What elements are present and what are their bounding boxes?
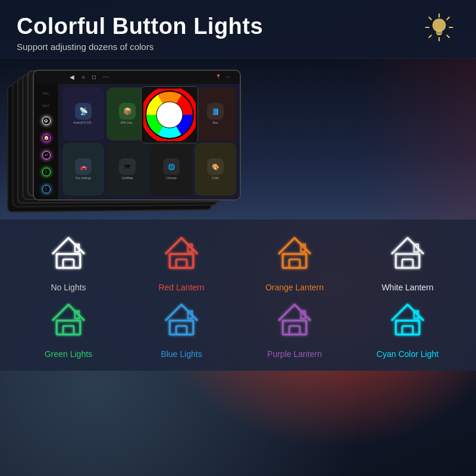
svg-rect-37 [402, 326, 413, 334]
svg-line-7 [429, 35, 431, 37]
house-icon-cyan-color-light [386, 298, 429, 343]
light-item-blue-lights[interactable]: Blue Lights [125, 298, 238, 359]
light-label-cyan-color-light: Cyan Color Light [377, 349, 439, 359]
svg-line-6 [447, 17, 449, 20]
svg-rect-15 [57, 254, 80, 268]
light-item-no-lights[interactable]: No Lights [12, 231, 125, 292]
svg-rect-21 [283, 254, 306, 268]
svg-rect-34 [289, 326, 300, 334]
light-label-blue-lights: Blue Lights [161, 349, 202, 359]
svg-rect-16 [63, 259, 74, 268]
device-background: ◀ ○ □ ⋯ 📍 ··· MIC RST ⏻ [0, 59, 476, 220]
svg-rect-25 [402, 259, 413, 268]
light-item-cyan-color-light[interactable]: Cyan Color Light [351, 298, 464, 359]
light-item-purple-lantern[interactable]: Purple Lantern [238, 298, 351, 359]
light-label-red-lantern: Red Lantern [158, 283, 204, 292]
svg-rect-24 [396, 254, 419, 268]
svg-rect-18 [170, 254, 193, 268]
light-label-no-lights: No Lights [51, 283, 86, 292]
house-icon-green-lights [47, 298, 90, 343]
svg-rect-31 [176, 326, 187, 334]
light-item-red-lantern[interactable]: Red Lantern [125, 231, 238, 292]
house-icon-purple-lantern [273, 298, 316, 343]
house-icon-no-lights [47, 231, 90, 277]
lights-grid: No Lights [12, 231, 464, 359]
house-icon-blue-lights [160, 298, 203, 343]
light-item-white-lantern[interactable]: White Lantern [351, 231, 464, 292]
light-item-orange-lantern[interactable]: Orange Lantern [238, 231, 351, 292]
subtitle: Support adjusting dozens of colors [17, 42, 459, 52]
page-title: Colorful Button Lights [17, 14, 459, 39]
svg-rect-19 [176, 259, 187, 268]
light-label-purple-lantern: Purple Lantern [267, 349, 322, 359]
main-tablet: ◀ ○ □ ⋯ 📍 ··· MIC RST ⏻ [33, 70, 241, 201]
svg-rect-28 [63, 326, 74, 334]
house-icon-orange-lantern [273, 231, 316, 277]
svg-line-4 [429, 17, 431, 20]
svg-rect-27 [57, 321, 80, 334]
house-icon-white-lantern [386, 231, 429, 277]
svg-rect-36 [396, 321, 419, 334]
light-label-green-lights: Green Lights [45, 349, 92, 359]
light-label-white-lantern: White Lantern [381, 283, 433, 292]
svg-rect-33 [283, 321, 306, 334]
tablet-stack: ◀ ○ □ ⋯ 📍 ··· MIC RST ⏻ [9, 70, 241, 212]
house-icon-red-lantern [160, 231, 203, 277]
svg-rect-30 [170, 321, 193, 334]
light-item-green-lights[interactable]: Green Lights [12, 298, 125, 359]
device-area: ◀ ○ □ ⋯ 📍 ··· MIC RST ⏻ [0, 59, 476, 220]
bottom-panel: No Lights [0, 220, 476, 371]
bulb-icon [424, 12, 455, 43]
svg-rect-22 [289, 259, 300, 268]
top-section: Colorful Button Lights Support adjusting… [0, 0, 476, 58]
svg-line-5 [447, 35, 449, 37]
light-label-orange-lantern: Orange Lantern [265, 283, 324, 292]
